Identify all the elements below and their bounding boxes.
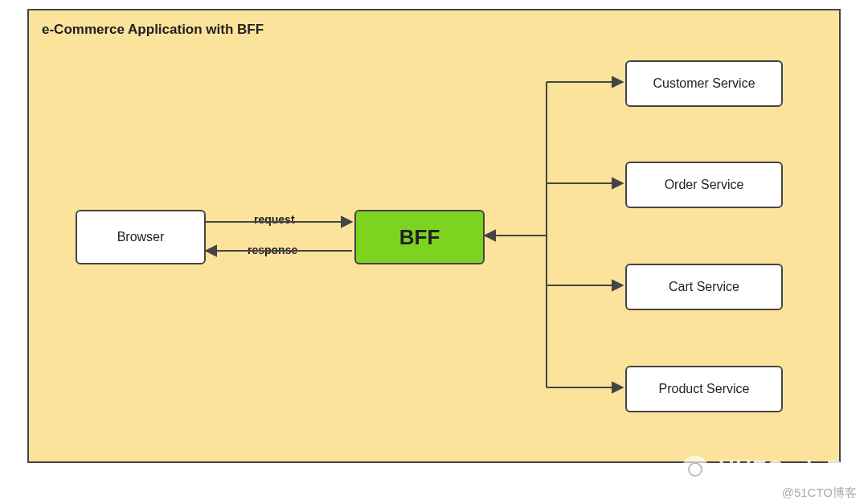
watermark-source: @51CTO博客 bbox=[782, 486, 857, 501]
node-product-service: Product Service bbox=[625, 366, 783, 412]
node-cart-service: Cart Service bbox=[625, 264, 783, 310]
node-browser: Browser bbox=[76, 210, 206, 264]
node-order-service: Order Service bbox=[625, 162, 783, 208]
node-bff-label: BFF bbox=[399, 225, 440, 250]
diagram-frame: e-Commerce Application with BFF Browser … bbox=[27, 9, 841, 463]
node-order-service-label: Order Service bbox=[665, 178, 744, 192]
watermark-channel: HHFCodeRv bbox=[719, 456, 857, 481]
node-cart-service-label: Cart Service bbox=[669, 280, 739, 294]
svg-point-8 bbox=[689, 463, 702, 476]
node-customer-service: Customer Service bbox=[625, 60, 783, 107]
node-browser-label: Browser bbox=[117, 230, 165, 244]
watermark-logo-icon bbox=[682, 456, 709, 483]
node-customer-service-label: Customer Service bbox=[653, 76, 755, 91]
node-product-service-label: Product Service bbox=[659, 382, 750, 396]
node-bff: BFF bbox=[354, 210, 485, 264]
edge-label-response: response bbox=[248, 244, 297, 256]
edge-label-request: request bbox=[254, 213, 295, 226]
diagram-title: e-Commerce Application with BFF bbox=[42, 22, 264, 38]
